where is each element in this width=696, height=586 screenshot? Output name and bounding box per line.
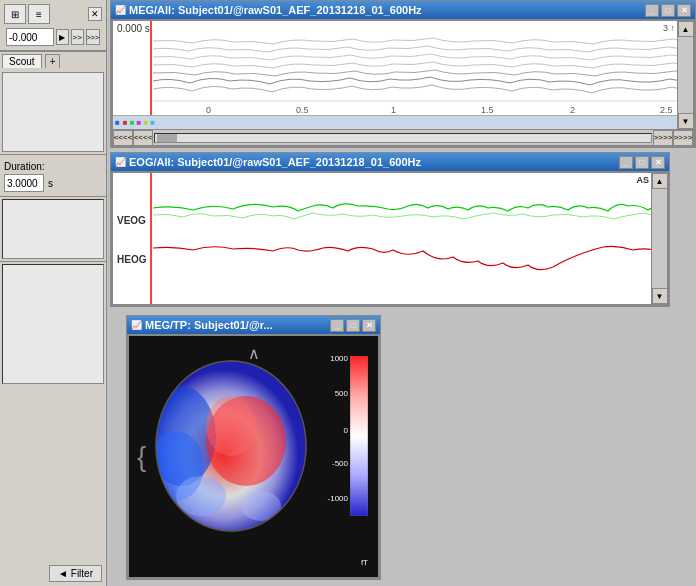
scout-tab[interactable]: Scout — [2, 54, 42, 68]
list-icon: ≡ — [36, 9, 42, 20]
eog-title-left: 📈 EOG/All: Subject01/@rawS01_AEF_2013121… — [115, 156, 421, 168]
eog-content: AS VEOG HEOG ▲ ▼ — [111, 171, 669, 306]
close-window-button[interactable]: ✕ — [677, 4, 691, 17]
meg-all-title-icon: 📈 — [115, 5, 126, 15]
grid-icon: ⊞ — [11, 9, 19, 20]
megtp-title-text: MEG/TP: Subject01/@r... — [145, 319, 272, 331]
duration-input[interactable] — [4, 174, 44, 192]
left-toolbar: ⊞ ≡ ✕ — [2, 2, 104, 26]
svg-point-16 — [206, 396, 256, 456]
eog-window: 📈 EOG/All: Subject01/@rawS01_AEF_2013121… — [110, 152, 670, 307]
scroll-left-start[interactable]: <<<< — [113, 130, 133, 146]
eog-title-bar: 📈 EOG/All: Subject01/@rawS01_AEF_2013121… — [111, 153, 669, 171]
meg-all-window: 📈 MEG/All: Subject01/@rawS01_AEF_2013121… — [110, 0, 696, 148]
svg-point-17 — [176, 476, 226, 516]
svg-point-18 — [241, 491, 281, 521]
eog-maximize[interactable]: □ — [635, 156, 649, 169]
megtp-title-icon: 📈 — [131, 320, 142, 330]
divider-3 — [0, 261, 106, 262]
scroll-track[interactable] — [154, 133, 652, 143]
time-input[interactable] — [6, 28, 54, 46]
megtp-maximize[interactable]: □ — [346, 319, 360, 332]
megtp-title-controls: _ □ ✕ — [330, 319, 376, 332]
scroll-down-btn[interactable]: ▼ — [678, 113, 694, 129]
nav-fastest-btn[interactable]: >>> — [86, 29, 100, 45]
left-panel: ⊞ ≡ ✕ ▶ >> >>> Scout + Duration: s ◄ Fil… — [0, 0, 107, 586]
maximize-button[interactable]: □ — [661, 4, 675, 17]
toolbar-btn2[interactable]: ≡ — [28, 4, 50, 24]
colorbar — [350, 356, 368, 516]
minimize-button[interactable]: _ — [645, 4, 659, 17]
scroll-right-end[interactable]: >>>> — [673, 130, 693, 146]
eog-minimize[interactable]: _ — [619, 156, 633, 169]
nav-fast-btn[interactable]: >> — [71, 29, 84, 45]
scout-tab-area: Scout + — [0, 51, 106, 70]
eog-title-icon: 📈 — [115, 157, 126, 167]
filter-button[interactable]: ◄ Filter — [49, 565, 102, 582]
svg-rect-20 — [350, 356, 368, 516]
megtp-left-bracket: { — [137, 443, 146, 471]
colorbar-neg500: -500 — [332, 459, 348, 468]
scroll-thumb — [157, 134, 177, 142]
colorbar-unit: fT — [361, 558, 368, 567]
meg-all-title-controls: _ □ ✕ — [645, 4, 691, 17]
duration-row: s — [0, 172, 106, 194]
nav-color-3: ■ — [130, 118, 135, 127]
nav-color-4: ■ — [137, 118, 142, 127]
colorbar-svg — [350, 356, 368, 516]
add-tab-button[interactable]: + — [45, 54, 61, 68]
megtp-title-left: 📈 MEG/TP: Subject01/@r... — [131, 319, 272, 331]
left-panel-top: ⊞ ≡ ✕ ▶ >> >>> — [0, 0, 106, 51]
scroll-left[interactable]: <<<< — [133, 130, 153, 146]
megtp-content: ∧ { — [127, 334, 380, 579]
divider-2 — [0, 196, 106, 197]
grid-button[interactable]: ⊞ — [4, 4, 26, 24]
close-button[interactable]: ✕ — [88, 7, 102, 21]
duration-label: Duration: — [0, 157, 106, 172]
scout-list-area — [2, 72, 104, 152]
svg-text:0.5: 0.5 — [296, 105, 309, 115]
megtp-title-bar: 📈 MEG/TP: Subject01/@r... _ □ ✕ — [127, 316, 380, 334]
megtp-topo-svg — [151, 356, 311, 536]
meg-all-title-bar: 📈 MEG/All: Subject01/@rawS01_AEF_2013121… — [111, 1, 695, 19]
eog-scroll-up[interactable]: ▲ — [652, 173, 668, 189]
empty-panel-1 — [2, 199, 104, 259]
nav-color-1: ■ — [115, 118, 120, 127]
nav-next-btn[interactable]: ▶ — [56, 29, 69, 45]
svg-text:2.5: 2.5 — [660, 105, 673, 115]
svg-text:2: 2 — [570, 105, 575, 115]
meg-all-content: 0.000 s 3 ↑ 0 0.5 — [111, 19, 695, 147]
colorbar-0: 0 — [344, 426, 348, 435]
divider-1 — [0, 154, 106, 155]
svg-text:1: 1 — [391, 105, 396, 115]
eog-title-controls: _ □ ✕ — [619, 156, 665, 169]
duration-unit: s — [48, 178, 53, 189]
svg-text:1.5: 1.5 — [481, 105, 494, 115]
meg-all-title-left: 📈 MEG/All: Subject01/@rawS01_AEF_2013121… — [115, 4, 422, 16]
meg-scrollbar-v: ▲ ▼ — [677, 21, 693, 129]
meg-all-title-text: MEG/All: Subject01/@rawS01_AEF_20131218_… — [129, 4, 422, 16]
close-icon: ✕ — [91, 9, 99, 19]
scroll-right[interactable]: >>>> — [653, 130, 673, 146]
colorbar-1000: 1000 — [330, 354, 348, 363]
nav-color-5: ■ — [143, 118, 148, 127]
svg-text:0: 0 — [206, 105, 211, 115]
scroll-up-btn[interactable]: ▲ — [678, 21, 694, 37]
megtp-close[interactable]: ✕ — [362, 319, 376, 332]
eog-signal-svg — [113, 173, 667, 304]
colorbar-500: 500 — [335, 389, 348, 398]
time-input-row: ▶ >> >>> — [2, 26, 104, 48]
eog-title-text: EOG/All: Subject01/@rawS01_AEF_20131218_… — [129, 156, 421, 168]
meg-scrollbar-h: <<<< <<<< >>>> >>>> — [113, 129, 693, 145]
megtp-minimize[interactable]: _ — [330, 319, 344, 332]
empty-panel-2 — [2, 264, 104, 384]
eog-scrollbar-v: ▲ ▼ — [651, 173, 667, 304]
nav-color-2: ■ — [123, 118, 128, 127]
megtp-window: 📈 MEG/TP: Subject01/@r... _ □ ✕ ∧ { — [126, 315, 381, 580]
colorbar-neg1000: -1000 — [328, 494, 348, 503]
nav-color-6: ■ — [150, 118, 155, 127]
eog-close[interactable]: ✕ — [651, 156, 665, 169]
eog-scroll-down[interactable]: ▼ — [652, 288, 668, 304]
meg-nav-bar: ■ ■ ■ ■ ■ ■ — [113, 115, 677, 129]
